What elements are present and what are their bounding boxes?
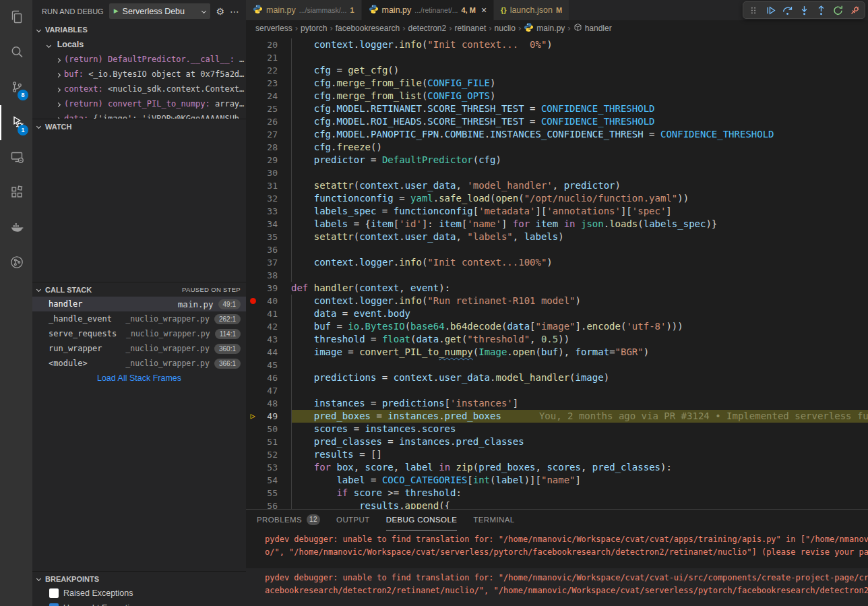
activity-item-source-control[interactable]: 8	[0, 70, 32, 105]
restart-button[interactable]	[830, 2, 846, 18]
code-line[interactable]: 28 cfg.freeze()	[246, 141, 868, 154]
code-line[interactable]: 51 pred_classes = instances.pred_classes	[246, 435, 868, 448]
breakpoint-gutter[interactable]	[246, 499, 259, 509]
code-line[interactable]: 54 label = COCO_CATEGORIES[int(label)]["…	[246, 474, 868, 487]
breakpoint-gutter[interactable]	[246, 256, 259, 269]
breakpoint-gutter[interactable]	[246, 397, 259, 410]
activity-item-run-and-debug[interactable]: 1	[0, 105, 32, 140]
breakpoint-gutter[interactable]	[246, 282, 259, 295]
breakpoint-gutter[interactable]	[246, 435, 259, 448]
code-line[interactable]: 33 labels_spec = functionconfig['metadat…	[246, 205, 868, 218]
variable-row[interactable]: (return) DefaultPredictor.__call__: {'in…	[32, 52, 246, 67]
breakpoint-gutter[interactable]	[246, 243, 259, 256]
step-over-button[interactable]	[779, 2, 795, 18]
breakpoint-gutter[interactable]	[246, 64, 259, 77]
continue-button[interactable]	[762, 2, 778, 18]
code-line[interactable]: 24 cfg.merge_from_list(CONFIG_OPTS)	[246, 90, 868, 102]
tab-launch.json[interactable]: {}launch.jsonM	[494, 0, 569, 20]
code-line[interactable]: 40 context.logger.info("Run retinanet-R1…	[246, 295, 868, 307]
more-actions-icon[interactable]: ⋯	[230, 7, 239, 16]
debug-console-output[interactable]: pydev debugger: unable to find translati…	[246, 531, 868, 606]
code-line[interactable]: 44 image = convert_PIL_to_numpy(Image.op…	[246, 346, 868, 359]
breakpoint-gutter[interactable]	[246, 320, 259, 333]
code-line[interactable]: 37 context.logger.info("Init context...1…	[246, 256, 868, 269]
activity-item-git-graph[interactable]	[0, 245, 32, 280]
breakpoint-gutter[interactable]	[246, 346, 259, 359]
code-line[interactable]: 36	[246, 243, 868, 256]
stack-frame[interactable]: <module>_nuclio_wrapper.py366:1	[32, 356, 246, 371]
activity-item-docker[interactable]	[0, 210, 32, 245]
breakpoint-gutter[interactable]	[246, 102, 259, 115]
breakpoint-gutter[interactable]	[246, 51, 259, 64]
breakpoint-gutter[interactable]	[246, 371, 259, 384]
stack-frame[interactable]: _handle_event_nuclio_wrapper.py262:1	[32, 311, 246, 326]
call-stack-section-header[interactable]: CALL STACK PAUSED ON STEP	[32, 282, 246, 297]
checkbox-checked[interactable]: ✓	[49, 603, 59, 606]
code-line[interactable]: 48 instances = predictions['instances']	[246, 397, 868, 410]
breakpoint-gutter[interactable]	[246, 423, 259, 435]
breakpoint-gutter[interactable]	[246, 448, 259, 461]
breakpoints-section-header[interactable]: BREAKPOINTS	[32, 571, 246, 586]
code-line[interactable]: 34 labels = {item['id']: item['name'] fo…	[246, 218, 868, 231]
breakpoint-row[interactable]: Raised Exceptions	[32, 586, 246, 601]
variable-row[interactable]: context: <nuclio_sdk.context.Context obj…	[32, 82, 246, 96]
close-icon[interactable]: ×	[481, 5, 487, 15]
start-debug-icon[interactable]: ▶	[114, 8, 119, 14]
variables-scope-locals[interactable]: Locals	[32, 37, 246, 52]
breakpoint-gutter[interactable]	[246, 128, 259, 141]
code-line[interactable]: 55 if score >= threshold:	[246, 487, 868, 499]
stack-frame[interactable]: serve_requests_nuclio_wrapper.py114:1	[32, 326, 246, 341]
breadcrumb-item[interactable]: detectron2	[408, 24, 446, 33]
code-line[interactable]: 22 cfg = get_cfg()	[246, 64, 868, 77]
breadcrumb-item[interactable]: main.py	[524, 22, 565, 34]
code-line[interactable]: 39def handler(context, event):	[246, 282, 868, 295]
breakpoint-gutter[interactable]	[246, 359, 259, 371]
checkbox-unchecked[interactable]	[49, 588, 59, 598]
step-into-button[interactable]	[796, 2, 812, 18]
variable-row[interactable]: buf: <_io.BytesIO object at 0x7f5a2dc1ec…	[32, 67, 246, 82]
code-line[interactable]: 26 cfg.MODEL.ROI_HEADS.SCORE_THRESH_TEST…	[246, 115, 868, 128]
breakpoint-gutter[interactable]	[246, 205, 259, 218]
breakpoint-row[interactable]: ✓Uncaught Exceptions	[32, 601, 246, 606]
load-all-stack-frames-link[interactable]: Load All Stack Frames	[32, 371, 246, 386]
breakpoint-gutter[interactable]	[246, 231, 259, 243]
breakpoint-gutter[interactable]	[246, 115, 259, 128]
breadcrumb-item[interactable]: handler	[574, 23, 612, 34]
code-editor[interactable]: 20 context.logger.info("Init context... …	[246, 36, 868, 509]
code-line[interactable]: 56 results.append({	[246, 499, 868, 509]
code-line[interactable]: 43 threshold = float(data.get("threshold…	[246, 333, 868, 346]
code-line[interactable]: 47	[246, 384, 868, 397]
code-line[interactable]: 45	[246, 359, 868, 371]
code-line[interactable]: 23 cfg.merge_from_file(CONFIG_FILE)	[246, 77, 868, 90]
code-line[interactable]: 20 context.logger.info("Init context... …	[246, 38, 868, 51]
breakpoint-gutter[interactable]	[246, 384, 259, 397]
panel-tab-output[interactable]: OUTPUT	[336, 510, 370, 531]
breadcrumb-item[interactable]: serverless	[255, 24, 292, 33]
breakpoint-gutter[interactable]	[246, 461, 259, 474]
code-line[interactable]: 21	[246, 51, 868, 64]
breadcrumb-item[interactable]: nuclio	[495, 24, 516, 33]
step-out-button[interactable]	[813, 2, 829, 18]
breakpoint-gutter[interactable]	[246, 192, 259, 205]
code-line[interactable]: 32 functionconfig = yaml.safe_load(open(…	[246, 192, 868, 205]
panel-tab-terminal[interactable]: TERMINAL	[473, 510, 514, 531]
activity-item-extensions[interactable]	[0, 175, 32, 210]
activity-item-explorer[interactable]	[0, 0, 32, 35]
breakpoint-gutter[interactable]: ▷	[246, 410, 259, 423]
code-line[interactable]: 29 predictor = DefaultPredictor(cfg)	[246, 154, 868, 166]
breadcrumb-item[interactable]: retinanet	[455, 24, 487, 33]
breadcrumb-item[interactable]: pytorch	[301, 24, 327, 33]
stack-frame[interactable]: handlermain.py49:1	[32, 297, 246, 311]
tab-main.py[interactable]: main.py.../retinanet/...4, M×	[362, 0, 495, 20]
breakpoint-gutter[interactable]	[246, 295, 259, 307]
code-line[interactable]: 46 predictions = context.user_data.model…	[246, 371, 868, 384]
code-line[interactable]: 52 results = []	[246, 448, 868, 461]
code-line[interactable]: ▷49 pred_boxes = instances.pred_boxesYou…	[246, 410, 868, 423]
gear-icon[interactable]: ⚙	[216, 7, 224, 16]
activity-item-remote-explorer[interactable]	[0, 140, 32, 175]
activity-item-search[interactable]	[0, 35, 32, 70]
code-line[interactable]: 27 cfg.MODEL.PANOPTIC_FPN.COMBINE.INSTAN…	[246, 128, 868, 141]
breakpoint-gutter[interactable]	[246, 218, 259, 231]
breakpoint-gutter[interactable]	[246, 269, 259, 282]
launch-config-dropdown[interactable]: ▶ Serverless Debu	[109, 3, 211, 19]
